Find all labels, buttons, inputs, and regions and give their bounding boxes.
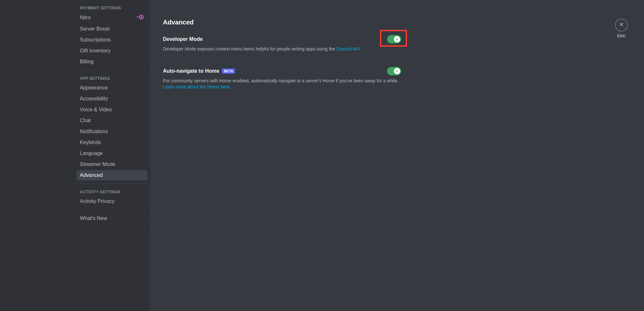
sidebar-divider	[77, 210, 147, 210]
sidebar-section-header: ACTIVITY SETTINGS	[77, 187, 150, 196]
esc-label: ESC	[617, 33, 626, 38]
sidebar-section-header: PAYMENT SETTINGS	[77, 3, 150, 12]
check-icon	[394, 68, 400, 74]
settings-content: Advanced Developer Mode Developer Mode e…	[150, 0, 644, 311]
sidebar-item-advanced[interactable]: Advanced	[77, 170, 147, 180]
sidebar-item-label: Activity Privacy	[80, 198, 115, 204]
sidebar-item-label: Accessibility	[80, 96, 108, 102]
sidebar-item-keybinds[interactable]: Keybinds	[77, 137, 147, 148]
svg-point-3	[141, 16, 142, 18]
check-icon	[394, 36, 400, 42]
sidebar-item-label: Advanced	[80, 172, 103, 178]
sidebar-item-label: Subscriptions	[80, 37, 111, 43]
sidebar-item-notifications[interactable]: Notifications	[77, 126, 147, 137]
sidebar-item-label: Chat	[80, 118, 91, 123]
toggle-developer-mode[interactable]	[387, 35, 401, 43]
sidebar-item-label: What's New	[80, 215, 107, 221]
link-discord-api[interactable]: Discord API	[336, 46, 360, 51]
close-button[interactable]	[615, 19, 628, 32]
sidebar-item-label: Notifications	[80, 129, 108, 134]
sidebar-item-label: Appearance	[80, 85, 108, 91]
nitro-icon	[137, 14, 144, 21]
sidebar-divider	[77, 70, 147, 70]
sidebar-divider	[77, 184, 147, 184]
sidebar-item-voice-video[interactable]: Voice & Video	[77, 105, 147, 115]
sidebar-item-what-s-new[interactable]: What's New	[77, 213, 147, 224]
sidebar-item-billing[interactable]: Billing	[77, 57, 147, 67]
page-title: Advanced	[163, 19, 401, 26]
setting-title-auto-home: Auto-navigate to Home BETA	[163, 68, 235, 74]
sidebar-item-label: Voice & Video	[80, 107, 112, 113]
sidebar-item-label: Server Boost	[80, 26, 109, 32]
sidebar-item-subscriptions[interactable]: Subscriptions	[77, 35, 147, 45]
setting-desc-auto-home: For community servers with Home enabled,…	[163, 78, 401, 90]
sidebar-section-header: APP SETTINGS	[77, 74, 150, 82]
sidebar-item-nitro[interactable]: Nitro	[77, 12, 147, 23]
toggle-auto-home[interactable]	[387, 67, 401, 75]
close-icon	[619, 22, 624, 28]
sidebar-item-accessibility[interactable]: Accessibility	[77, 94, 147, 104]
beta-badge: BETA	[222, 69, 235, 74]
sidebar-item-appearance[interactable]: Appearance	[77, 83, 147, 93]
sidebar-divider	[77, 227, 147, 227]
sidebar-item-label: Language	[80, 151, 103, 156]
setting-title-developer-mode: Developer Mode	[163, 36, 203, 42]
sidebar-item-streamer-mode[interactable]: Streamer Mode	[77, 159, 147, 169]
sidebar-item-chat[interactable]: Chat	[77, 115, 147, 126]
section-divider	[163, 97, 401, 98]
svg-rect-0	[137, 16, 138, 17]
sidebar-item-label: Keybinds	[80, 140, 101, 145]
sidebar-item-label: Billing	[80, 59, 94, 65]
sidebar-item-activity-privacy[interactable]: Activity Privacy	[77, 196, 147, 206]
sidebar-item-label: Gift Inventory	[80, 48, 110, 54]
sidebar-item-server-boost[interactable]: Server Boost	[77, 24, 147, 34]
sidebar-item-label: Nitro	[80, 15, 91, 21]
settings-sidebar: PAYMENT SETTINGSNitroServer BoostSubscri…	[0, 0, 150, 311]
section-divider	[163, 59, 401, 60]
sidebar-item-language[interactable]: Language	[77, 148, 147, 159]
link-home-beta[interactable]: Learn more about the Home beta.	[163, 84, 231, 89]
setting-desc-developer-mode: Developer Mode exposes context menu item…	[163, 46, 401, 52]
sidebar-item-gift-inventory[interactable]: Gift Inventory	[77, 46, 147, 56]
sidebar-item-label: Streamer Mode	[80, 161, 115, 167]
svg-rect-1	[137, 17, 138, 18]
